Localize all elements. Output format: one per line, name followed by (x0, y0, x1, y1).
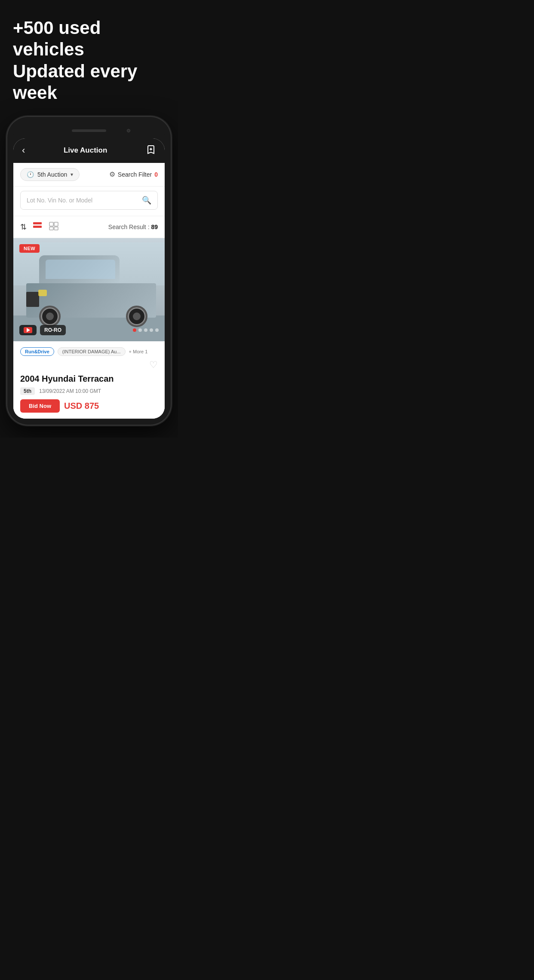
search-filter-label: Search Filter (118, 171, 152, 178)
media-badges: RO-RO (19, 325, 66, 335)
dot-5 (155, 328, 159, 332)
tag-damage: (INTERIOR DAMAGE) Au... (58, 347, 126, 356)
auction-date: 13/09/2022 AM 10:00 GMT (39, 388, 101, 394)
car-info: Run&Drive (INTERIOR DAMAGE) Au... + More… (13, 341, 165, 419)
hero-section: +500 used vehicles Updated every week (0, 0, 178, 117)
chevron-down-icon: ▾ (71, 172, 73, 178)
car-image-wrapper: Auctionwin (13, 238, 165, 341)
grid-view-icon (48, 220, 59, 232)
bookmark-icon (146, 144, 156, 155)
search-bar[interactable]: Lot No. Vin No. or Model 🔍 (20, 191, 158, 210)
dot-1 (133, 328, 136, 332)
search-result-count: 89 (151, 224, 158, 230)
wheel-right (126, 306, 147, 327)
car-tags: Run&Drive (INTERIOR DAMAGE) Au... + More… (20, 347, 158, 371)
svg-rect-6 (49, 227, 53, 230)
svg-rect-3 (33, 226, 42, 228)
car-auction-info: 5th 13/09/2022 AM 10:00 GMT (20, 387, 158, 395)
back-button[interactable]: ‹ (22, 145, 25, 156)
view-grid-button[interactable] (48, 220, 59, 233)
svg-rect-7 (54, 227, 58, 230)
filter-count-badge: 0 (154, 171, 158, 178)
suv-headlight (38, 290, 47, 296)
view-list-button[interactable] (32, 220, 43, 233)
auction-number-badge: 5th (20, 387, 35, 395)
suv-grille (26, 292, 39, 307)
bid-button[interactable]: Bid Now (20, 399, 60, 413)
sort-button[interactable]: ⇅ (20, 222, 27, 232)
search-result-text: Search Result : 89 (108, 224, 158, 230)
search-icon[interactable]: 🔍 (142, 196, 151, 205)
play-triangle (27, 328, 30, 332)
search-bar-wrapper: Lot No. Vin No. or Model 🔍 (13, 187, 165, 216)
tag-run-drive: Run&Drive (20, 347, 54, 356)
clock-icon: 🕐 (27, 171, 34, 178)
tag-more: + More 1 (129, 349, 148, 354)
dot-3 (144, 328, 147, 332)
hero-line2: Updated every week (13, 61, 137, 103)
hero-text-block: +500 used vehicles Updated every week (0, 0, 178, 117)
sort-view-row: ⇅ Search Result : 89 (13, 216, 165, 238)
car-card[interactable]: Auctionwin (13, 238, 165, 419)
image-bottom-row: RO-RO (19, 325, 159, 335)
svg-rect-4 (49, 222, 53, 226)
svg-rect-5 (54, 222, 58, 226)
play-icon (24, 327, 32, 333)
price-value: USD 875 (64, 401, 99, 411)
dot-4 (150, 328, 153, 332)
app-title: Live Auction (64, 146, 107, 155)
new-badge: NEW (19, 244, 40, 253)
dot-2 (138, 328, 142, 332)
auction-label: 5th Auction (37, 171, 67, 178)
wheel-left (39, 306, 61, 327)
search-placeholder: Lot No. Vin No. or Model (27, 197, 142, 204)
phone-speaker (72, 129, 106, 132)
favorite-button[interactable]: ♡ (149, 359, 158, 371)
list-view-icon (32, 220, 43, 232)
search-filter-button[interactable]: ⚙ Search Filter 0 (109, 170, 158, 178)
car-name: 2004 Hyundai Terracan (20, 374, 158, 384)
hero-line1: +500 used vehicles (13, 18, 101, 59)
svg-rect-2 (33, 222, 42, 224)
phone-screen: ‹ Live Auction 🕐 5th Auction ▾ (13, 138, 165, 419)
roro-badge: RO-RO (40, 325, 66, 335)
search-result-label: Search Result : (108, 224, 151, 230)
video-badge[interactable] (19, 325, 37, 335)
dot-indicators (133, 328, 159, 332)
bookmark-button[interactable] (146, 144, 156, 157)
suv-body (26, 255, 156, 318)
suv-top (39, 255, 120, 283)
phone-notch (13, 123, 165, 138)
phone-wrapper: ‹ Live Auction 🕐 5th Auction ▾ (0, 117, 178, 438)
filter-sliders-icon: ⚙ (109, 170, 115, 178)
filter-row: 🕐 5th Auction ▾ ⚙ Search Filter 0 (13, 163, 165, 187)
price-row: Bid Now USD 875 (20, 399, 158, 413)
auction-selector[interactable]: 🕐 5th Auction ▾ (20, 168, 80, 181)
phone-frame: ‹ Live Auction 🕐 5th Auction ▾ (7, 117, 171, 425)
windshield (46, 260, 115, 279)
app-header: ‹ Live Auction (13, 138, 165, 163)
hero-title: +500 used vehicles Updated every week (13, 17, 165, 104)
phone-camera (127, 129, 130, 132)
